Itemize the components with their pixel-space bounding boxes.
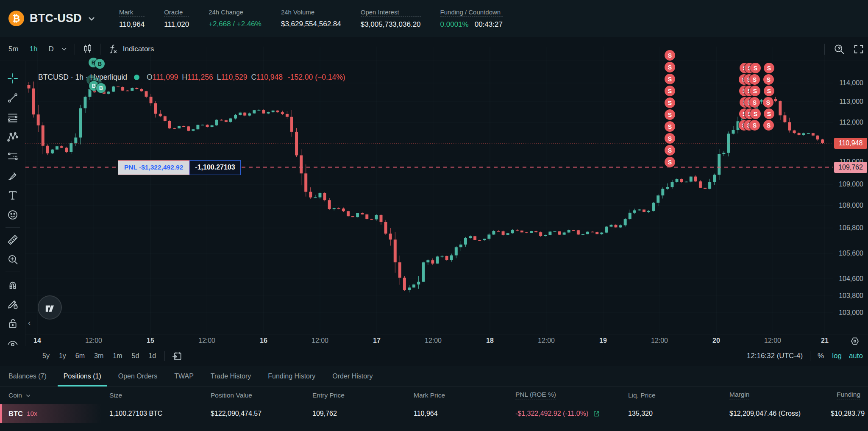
indicators-fx-icon[interactable] [107,43,119,55]
range-5y-button[interactable]: 5y [42,352,50,360]
time-tick-label: 12:00 [425,337,442,345]
toolbar-divider [6,227,20,228]
sell-marker-icon[interactable]: S [749,97,760,108]
price-tick-label: 112,000 [839,119,863,126]
range-1m-button[interactable]: 1m [113,352,122,360]
magnet-icon[interactable] [4,275,21,294]
log-scale-button[interactable]: log [832,352,842,360]
crosshair-icon[interactable] [4,69,21,88]
trend-line-icon[interactable] [4,88,21,108]
sell-marker-icon[interactable]: S [750,63,761,73]
price-tick-label: 106,800 [839,224,863,232]
column-position-value: Position Value [211,392,312,399]
stat-open-interest: Open Interest $3,005,733,036.20 [361,9,421,28]
cell-coin[interactable]: BTC 10x [8,410,109,418]
time-tick-label: 21 [821,337,829,345]
stat-mark: Mark 110,964 [119,9,145,28]
sell-marker-icon[interactable]: S [749,120,760,131]
drawing-lock-icon[interactable] [4,294,21,314]
sell-marker-icon[interactable]: S [665,133,675,144]
sell-marker-icon[interactable]: S [665,50,675,61]
sell-marker-icon[interactable]: S [764,108,774,119]
chart-legend[interactable]: BTCUSD · 1h · Hyperliquid O111,099 H111,… [38,73,345,82]
cell-funding: $10,283.79 [831,410,868,417]
sell-marker-icon[interactable]: S [665,145,675,156]
range-3m-button[interactable]: 3m [94,352,103,360]
chart-style-candles-icon[interactable] [82,43,93,55]
lock-all-icon[interactable] [4,314,21,333]
zoom-in-icon[interactable] [4,250,21,269]
time-axis[interactable]: 1412:001512:001612:001712:001812:001912:… [0,334,868,346]
tab-funding-history[interactable]: Funding History [268,366,315,387]
tab-order-history[interactable]: Order History [332,366,373,387]
interval-chevron-down-icon[interactable] [61,45,68,53]
sell-marker-icon[interactable]: S [750,108,761,119]
sell-marker-icon[interactable]: S [665,157,675,167]
ruler-icon[interactable] [4,230,21,250]
legend-change: -152.00 (−0.14%) [288,73,345,82]
fullscreen-icon[interactable] [853,43,865,55]
position-line-label[interactable]: PNL -$1,322,492.92 -1,100.27103 [118,160,241,175]
interval-d-button[interactable]: D [49,45,54,53]
interval-1h-button[interactable]: 1h [30,45,38,53]
range-6m-button[interactable]: 6m [75,352,85,360]
position-row-btc[interactable]: BTC 10x 1,100.27103 BTC $122,090,474.57 … [0,404,868,423]
projection-icon[interactable] [4,147,21,166]
tab-open-orders[interactable]: Open Orders [118,366,157,387]
time-tick-label: 12:00 [764,337,781,345]
share-pnl-icon[interactable] [593,410,600,417]
indicators-button[interactable]: Indicators [123,45,154,53]
text-icon[interactable] [4,186,21,205]
sell-marker-icon[interactable]: S [764,86,774,96]
range-5d-button[interactable]: 5d [132,352,139,360]
sell-marker-icon[interactable]: S [750,86,760,96]
sell-marker-icon[interactable]: S [665,121,675,132]
sell-marker-icon[interactable]: S [665,97,675,108]
legend-high-value: 111,256 [187,73,213,81]
market-symbol: BTC-USD [30,12,82,25]
market-header: ₿ BTC-USD Mark 110,964 Oracle 111,020 24… [0,0,868,37]
sell-marker-icon[interactable]: S [763,120,774,131]
tradingview-logo-icon[interactable] [38,295,62,320]
chevron-down-icon [87,14,96,23]
xabcd-pattern-icon[interactable] [4,127,21,147]
buy-marker-icon[interactable]: B [95,59,105,69]
chart-clock[interactable]: 12:16:32 (UTC-4) [747,352,803,360]
horizontal-lines-icon[interactable] [4,108,21,127]
market-selector[interactable]: ₿ BTC-USD [8,11,117,26]
sell-marker-icon[interactable]: S [764,63,774,73]
sell-marker-icon[interactable]: S [665,74,675,84]
stat-oracle: Oracle 111,020 [164,9,189,28]
panel-tabs: Balances (7) Positions (1) Open Orders T… [0,366,868,387]
sell-marker-icon[interactable]: S [763,74,774,85]
sell-marker-icon[interactable]: S [763,97,773,108]
brush-icon[interactable] [4,166,21,186]
scroll-left-chevron-icon[interactable]: ‹ [28,318,31,328]
range-1d-button[interactable]: 1d [148,352,156,360]
go-to-date-icon[interactable] [172,350,183,361]
axis-settings-hexagon-icon[interactable] [849,336,860,347]
legend-low-value: 110,529 [221,73,247,81]
tab-positions[interactable]: Positions (1) [64,366,101,387]
column-margin[interactable]: Margin [729,391,831,400]
buy-marker-icon[interactable]: B [96,83,106,93]
percent-scale-button[interactable]: % [818,352,824,360]
emoji-icon[interactable] [4,205,21,225]
auto-scale-button[interactable]: auto [849,352,863,360]
sell-marker-icon[interactable]: S [749,74,760,85]
legend-open-value: 111,099 [153,73,178,81]
flash-search-icon[interactable] [833,43,845,55]
price-axis[interactable]: 110,948 109,762 114,000113,000112,000110… [833,47,868,334]
interval-5m-button[interactable]: 5m [8,45,19,53]
column-mark-price: Mark Price [414,392,515,399]
sell-marker-icon[interactable]: S [665,109,675,120]
tab-trade-history[interactable]: Trade History [211,366,251,387]
column-funding[interactable]: Funding [831,391,868,400]
sell-marker-icon[interactable]: S [665,86,675,96]
tab-twap[interactable]: TWAP [174,366,194,387]
column-pnl-roe[interactable]: PNL (ROE %) [515,391,628,400]
range-1y-button[interactable]: 1y [59,352,66,360]
tab-balances[interactable]: Balances (7) [8,366,47,387]
sell-marker-icon[interactable]: S [665,62,675,72]
column-coin[interactable]: Coin [8,392,109,399]
